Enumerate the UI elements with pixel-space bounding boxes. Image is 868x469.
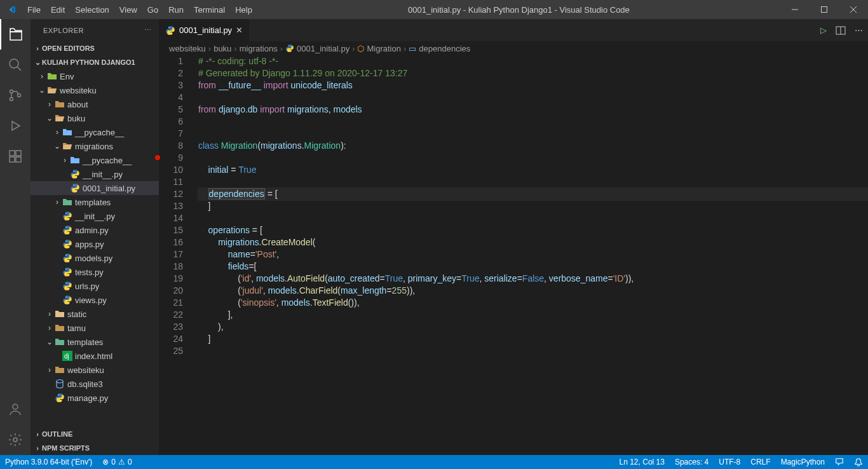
status-lang[interactable]: MagicPython — [776, 455, 830, 469]
gutter[interactable]: 1234567891011121314151617181920212223242… — [159, 55, 191, 455]
status-spaces[interactable]: Spaces: 4 — [670, 455, 714, 469]
menu-edit[interactable]: Edit — [46, 0, 70, 19]
section-outline[interactable]: ›OUTLINE — [31, 427, 159, 441]
tree-item[interactable]: djindex.html — [31, 349, 159, 363]
activity-run-debug[interactable] — [0, 111, 31, 141]
svg-point-30 — [68, 275, 69, 275]
menu-go[interactable]: Go — [142, 0, 163, 19]
section-npm[interactable]: ›NPM SCRIPTS — [31, 441, 159, 455]
tree-item[interactable]: ⌄buku — [31, 111, 159, 125]
section-open-editors[interactable]: ›OPEN EDITORS — [31, 41, 159, 55]
svg-rect-13 — [10, 157, 15, 162]
activity-search[interactable] — [0, 50, 31, 80]
svg-point-34 — [68, 302, 69, 303]
svg-rect-1 — [822, 7, 827, 13]
tree-item[interactable]: ›__pycache__ — [31, 125, 159, 139]
tree-item[interactable]: apps.py — [31, 237, 159, 251]
svg-point-18 — [76, 177, 76, 177]
menu-run[interactable]: Run — [163, 0, 189, 19]
crumb-file[interactable]: 0001_initial.py — [285, 44, 349, 53]
crumb-migrations[interactable]: migrations — [240, 44, 278, 53]
tree-item[interactable]: ›tamu — [31, 321, 159, 335]
menu-file[interactable]: File — [22, 0, 46, 19]
code-content[interactable]: # -*- coding: utf-8 -*-# Generated by Dj… — [191, 55, 868, 455]
menu-view[interactable]: View — [114, 0, 142, 19]
svg-point-5 — [10, 59, 18, 68]
status-eol[interactable]: CRLF — [745, 455, 775, 469]
tab-close-icon[interactable]: ✕ — [236, 25, 243, 35]
tree-item[interactable]: models.py — [31, 251, 159, 265]
tree-item[interactable]: ⌄migrations — [31, 139, 159, 153]
svg-point-38 — [58, 395, 58, 395]
svg-rect-4 — [10, 32, 22, 40]
status-ln-col[interactable]: Ln 12, Col 13 — [614, 455, 670, 469]
tree-item[interactable]: ⌄templates — [31, 335, 159, 349]
svg-marker-10 — [12, 121, 20, 130]
tab-label: 0001_initial.py — [179, 25, 232, 35]
breadcrumbs[interactable]: websiteku› buku› migrations› 0001_initia… — [159, 41, 868, 55]
svg-point-25 — [65, 241, 66, 241]
minimize-button[interactable] — [780, 0, 810, 19]
sidebar-more-icon[interactable]: ⋯ — [144, 26, 152, 34]
tree-item[interactable]: db.sqlite3 — [31, 377, 159, 391]
tab-0001-initial[interactable]: 0001_initial.py ✕ — [159, 19, 250, 41]
tree-item[interactable]: ›templates — [31, 195, 159, 209]
status-problems[interactable]: ⊗0 ⚠0 — [97, 455, 137, 469]
more-actions-icon[interactable]: ⋯ — [855, 25, 863, 35]
activity-settings[interactable] — [0, 425, 31, 455]
warning-icon: ⚠ — [118, 458, 125, 466]
status-bar: Python 3.9.0 64-bit ('Env') ⊗0 ⚠0 Ln 12,… — [0, 455, 868, 469]
close-button[interactable] — [839, 0, 868, 19]
activity-accounts[interactable] — [0, 394, 31, 425]
activity-bar — [0, 19, 31, 455]
crumb-websiteku[interactable]: websiteku — [169, 44, 206, 53]
run-button[interactable]: ▷ — [820, 25, 827, 35]
status-encoding[interactable]: UTF-8 — [714, 455, 745, 469]
activity-explorer[interactable] — [0, 19, 31, 50]
split-editor-icon[interactable] — [836, 25, 846, 36]
svg-point-33 — [65, 297, 66, 297]
status-python[interactable]: Python 3.9.0 64-bit ('Env') — [0, 455, 97, 469]
tree-item[interactable]: ›static — [31, 307, 159, 321]
breakpoint-icon[interactable] — [155, 155, 160, 160]
tree-item[interactable]: ›websiteku — [31, 363, 159, 377]
crumb-buku[interactable]: buku — [214, 44, 231, 53]
tree-item[interactable]: ⌄websiteku — [31, 83, 159, 97]
tabs: 0001_initial.py ✕ ▷ ⋯ — [159, 19, 868, 41]
svg-point-28 — [68, 261, 69, 261]
tree-item[interactable]: 0001_initial.py — [31, 181, 159, 195]
tree-item[interactable]: admin.py — [31, 223, 159, 237]
crumb-class[interactable]: ⬡ Migration — [357, 44, 400, 53]
svg-point-21 — [65, 213, 66, 214]
status-bell-icon[interactable] — [849, 455, 868, 469]
tree-item[interactable]: ›__pycache__ — [31, 153, 159, 167]
crumb-member[interactable]: ▭ dependencies — [409, 44, 470, 53]
maximize-button[interactable] — [810, 0, 839, 19]
menu-terminal[interactable]: Terminal — [189, 0, 230, 19]
tree-item[interactable]: tests.py — [31, 265, 159, 279]
tree-item[interactable]: ›about — [31, 97, 159, 111]
svg-point-8 — [10, 98, 13, 101]
svg-point-22 — [68, 219, 69, 219]
status-feedback-icon[interactable] — [830, 455, 849, 469]
tree-item[interactable]: manage.py — [31, 391, 159, 405]
window-title: 0001_initial.py - Kuliah Python Django1 … — [257, 5, 780, 15]
tree-item[interactable]: __init__.py — [31, 167, 159, 181]
svg-point-27 — [65, 255, 66, 255]
svg-point-19 — [73, 185, 74, 186]
tree-item[interactable]: ›Env — [31, 69, 159, 83]
section-project[interactable]: ⌄KULIAH PYTHON DJANGO1 — [31, 55, 159, 69]
svg-point-9 — [18, 94, 21, 97]
activity-source-control[interactable] — [0, 80, 31, 111]
svg-rect-11 — [10, 151, 15, 156]
menu-selection[interactable]: Selection — [70, 0, 114, 19]
svg-point-17 — [73, 171, 74, 172]
menu-help[interactable]: Help — [230, 0, 257, 19]
tree-item[interactable]: __init__.py — [31, 209, 159, 223]
code-area[interactable]: 1234567891011121314151617181920212223242… — [159, 55, 868, 455]
activity-extensions[interactable] — [0, 141, 31, 172]
sidebar: EXPLORER ⋯ ›OPEN EDITORS ⌄KULIAH PYTHON … — [31, 19, 159, 455]
tree-item[interactable]: urls.py — [31, 279, 159, 293]
tree-item[interactable]: views.py — [31, 293, 159, 307]
svg-point-15 — [13, 404, 18, 409]
